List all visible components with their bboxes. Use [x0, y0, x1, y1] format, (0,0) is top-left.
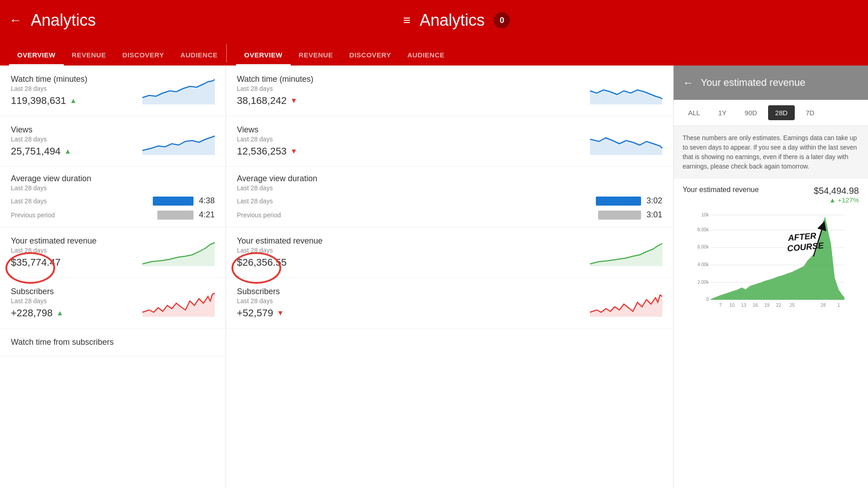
- duration-bar-row-current-center: Last 28 days 3:02: [237, 196, 662, 206]
- tabs-center: OVERVIEW REVENUE DISCOVERY AUDIENCE: [227, 41, 868, 66]
- time-tab-all[interactable]: ALL: [681, 105, 708, 120]
- watch-time-info-left: Watch time (minutes) Last 28 days 119,39…: [11, 75, 142, 107]
- header-left: ← Analytics: [9, 11, 235, 30]
- watch-time-value-row-center: 38,168,242 ▼: [237, 95, 590, 107]
- duration-prev-val-center: 3:01: [646, 210, 662, 220]
- svg-text:10k: 10k: [701, 212, 709, 217]
- tab-overview-center[interactable]: OVERVIEW: [236, 46, 291, 66]
- subscribers-period-center: Last 28 days: [237, 297, 590, 305]
- watch-time-value-row-left: 119,398,631 ▲: [11, 95, 142, 107]
- duration-current-val-center: 3:02: [646, 196, 662, 206]
- subscribers-value-row-left: +228,798 ▲: [11, 307, 142, 319]
- avg-duration-metric-left: Average view duration Last 28 days Last …: [0, 167, 226, 227]
- header-center: ≡ Analytics 0: [235, 11, 678, 30]
- svg-text:7: 7: [719, 303, 722, 308]
- main-content: Watch time (minutes) Last 28 days 119,39…: [0, 66, 868, 488]
- svg-marker-1: [142, 136, 215, 155]
- time-tab-7d[interactable]: 7D: [798, 105, 821, 120]
- avg-duration-title-left: Average view duration: [11, 174, 215, 183]
- growth-arrow-icon: ▲: [829, 196, 836, 204]
- tab-discovery-center[interactable]: DISCOVERY: [341, 46, 399, 66]
- watch-time-title-left: Watch time (minutes): [11, 75, 142, 84]
- svg-marker-4: [590, 90, 662, 104]
- subscribers-trend-left: ▲: [56, 309, 63, 317]
- tab-revenue-left[interactable]: REVENUE: [64, 46, 114, 66]
- time-tab-28d[interactable]: 28D: [768, 105, 795, 120]
- watch-time-title-center: Watch time (minutes): [237, 75, 590, 84]
- revenue-amount: $54,494.98: [814, 186, 859, 196]
- views-info-center: Views Last 28 days 12,536,253 ▼: [237, 125, 590, 157]
- svg-text:13: 13: [741, 303, 746, 308]
- avg-duration-period-left: Last 28 days: [11, 184, 215, 192]
- revenue-circle-container-center: $26,356.55: [237, 257, 287, 268]
- revenue-value-left: $35,774.47: [11, 257, 61, 268]
- subscribers-title-center: Subscribers: [237, 287, 590, 296]
- svg-text:8.00k: 8.00k: [698, 227, 709, 232]
- views-period-left: Last 28 days: [11, 136, 142, 143]
- avg-duration-period-center: Last 28 days: [237, 184, 662, 192]
- duration-bar-prev-left: 4:21: [157, 210, 215, 220]
- watch-time-chart-center: [590, 77, 662, 104]
- notification-badge[interactable]: 0: [494, 12, 510, 28]
- avg-duration-title-center: Average view duration: [237, 174, 662, 183]
- tab-discovery-left[interactable]: DISCOVERY: [114, 46, 172, 66]
- subscribers-period-left: Last 28 days: [11, 297, 142, 305]
- watch-time-metric-left: Watch time (minutes) Last 28 days 119,39…: [0, 66, 226, 116]
- svg-text:25: 25: [789, 303, 795, 308]
- right-panel-title: Your estimated revenue: [701, 77, 806, 89]
- svg-text:22: 22: [776, 303, 781, 308]
- duration-prev-val-left: 4:21: [199, 210, 215, 220]
- views-trend-center: ▼: [290, 147, 297, 155]
- tab-audience-left[interactable]: AUDIENCE: [172, 46, 226, 66]
- app-header: ← Analytics ≡ Analytics 0: [0, 0, 868, 41]
- hamburger-icon[interactable]: ≡: [403, 13, 410, 28]
- revenue-value-row-center: $26,356.55: [237, 257, 590, 268]
- views-metric-center: Views Last 28 days 12,536,253 ▼: [226, 116, 673, 167]
- subscribers-info-center: Subscribers Last 28 days +52,579 ▼: [237, 287, 590, 319]
- watch-time-subs-title-left: Watch time from subscribers: [11, 338, 215, 347]
- tab-revenue-center[interactable]: REVENUE: [291, 46, 341, 66]
- svg-text:16: 16: [753, 303, 758, 308]
- watch-time-subs-info-left: Watch time from subscribers: [11, 338, 215, 347]
- watch-time-info-center: Watch time (minutes) Last 28 days 38,168…: [237, 75, 590, 107]
- back-button[interactable]: ←: [9, 13, 22, 28]
- duration-bar-current-center: 3:02: [596, 196, 662, 206]
- revenue-chart-center: [590, 239, 662, 266]
- revenue-chart-area: 10k 8.00k 6.00k 4.00k 2.00k 0 7 10 13: [674, 207, 868, 488]
- right-panel-back-button[interactable]: ←: [683, 76, 693, 89]
- duration-current-label-center: Last 28 days: [237, 197, 273, 205]
- revenue-period-left: Last 28 days: [11, 247, 142, 254]
- svg-text:10: 10: [730, 303, 735, 308]
- watch-time-subs-metric-left: Watch time from subscribers: [0, 328, 226, 357]
- views-chart-center: [590, 128, 662, 155]
- revenue-growth: ▲ +127%: [814, 196, 859, 204]
- svg-text:AFTER: AFTER: [787, 231, 817, 243]
- revenue-summary: Your estimated revenue $54,494.98 ▲ +127…: [674, 178, 868, 207]
- svg-marker-3: [142, 293, 215, 317]
- disclaimer-box: These numbers are only estimates. Earnin…: [674, 126, 868, 178]
- views-value-center: 12,536,253: [237, 145, 287, 157]
- svg-text:28: 28: [821, 303, 826, 308]
- watch-time-period-center: Last 28 days: [237, 85, 590, 92]
- tab-audience-center[interactable]: AUDIENCE: [399, 46, 453, 66]
- time-tab-1y[interactable]: 1Y: [711, 105, 734, 120]
- svg-marker-2: [142, 243, 215, 266]
- duration-bar-prev-center: 3:01: [598, 210, 662, 220]
- svg-text:19: 19: [764, 303, 770, 308]
- svg-text:2.00k: 2.00k: [698, 280, 709, 285]
- duration-prev-label-center: Previous period: [237, 211, 281, 219]
- avg-duration-metric-center: Average view duration Last 28 days Last …: [226, 167, 673, 227]
- time-tab-90d[interactable]: 90D: [737, 105, 764, 120]
- revenue-metric-center: Your estimated revenue Last 28 days $26,…: [226, 227, 673, 278]
- growth-pct: +127%: [838, 196, 859, 204]
- header-title-left: Analytics: [31, 11, 96, 30]
- svg-text:4.00k: 4.00k: [698, 262, 709, 267]
- watch-time-trend-left: ▲: [70, 97, 77, 105]
- views-value-row-left: 25,751,494 ▲: [11, 145, 142, 157]
- tabs-left: OVERVIEW REVENUE DISCOVERY AUDIENCE: [0, 41, 226, 66]
- revenue-title-left: Your estimated revenue: [11, 236, 142, 246]
- subscribers-chart-center: [590, 290, 662, 317]
- tab-overview-left[interactable]: OVERVIEW: [9, 46, 64, 66]
- svg-marker-7: [590, 295, 662, 317]
- views-title-left: Views: [11, 125, 142, 135]
